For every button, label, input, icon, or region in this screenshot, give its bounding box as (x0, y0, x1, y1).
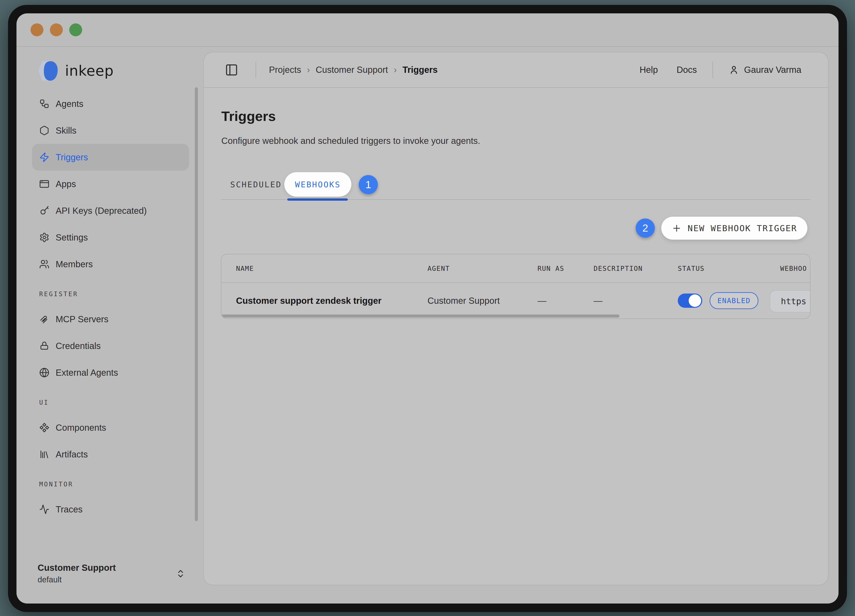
breadcrumb: Projects › Customer Support › Triggers (269, 65, 438, 75)
sidebar-item-label: Members (56, 259, 93, 269)
library-icon (39, 449, 49, 460)
sidebar-item-external-agents[interactable]: External Agents (32, 359, 189, 386)
triggers-table: NAME AGENT RUN AS DESCRIPTION STATUS WEB… (221, 254, 811, 319)
project-switcher[interactable]: Customer Support default (17, 563, 203, 584)
window-content: inkeep Agents Sk (17, 13, 838, 604)
table-horizontal-scrollbar[interactable] (221, 314, 619, 317)
sidebar-item-artifacts[interactable]: Artifacts (32, 441, 189, 468)
users-icon (39, 259, 49, 269)
new-webhook-trigger-label: NEW WEBHOOK TRIGGER (688, 224, 797, 233)
page-content: Triggers Configure webhook and scheduled… (204, 107, 828, 319)
main-panel: Projects › Customer Support › Triggers H… (203, 52, 829, 585)
component-icon (39, 423, 49, 433)
sidebar-item-label: External Agents (56, 368, 118, 378)
window-titlebar (17, 13, 838, 47)
webhook-url-chip[interactable]: https (770, 290, 811, 313)
app-window: inkeep Agents Sk (8, 5, 847, 612)
tab-scheduled[interactable]: SCHEDULED (230, 172, 282, 197)
page-description: Configure webhook and scheduled triggers… (204, 136, 828, 146)
table-row[interactable]: Customer support zendesk trigger Custome… (221, 283, 810, 319)
sidebar-item-credentials[interactable]: Credentials (32, 333, 189, 359)
sidebar-nav-register: MCP Servers Credentials Ex (17, 306, 203, 386)
sidebar-item-label: Triggers (56, 152, 88, 162)
sidebar-item-label: Traces (56, 504, 83, 515)
sidebar-item-label: Artifacts (56, 449, 88, 460)
sidebar-nav-monitor: Traces (17, 496, 203, 523)
page-header: Projects › Customer Support › Triggers H… (204, 52, 828, 88)
sidebar-item-agents[interactable]: Agents (32, 90, 189, 117)
globe-icon (39, 368, 49, 378)
user-name: Gaurav Varma (744, 65, 801, 75)
status-badge: ENABLED (709, 292, 758, 309)
breadcrumb-projects[interactable]: Projects (269, 65, 301, 75)
mcp-icon (39, 314, 49, 324)
chevrons-up-down-icon (176, 569, 185, 579)
status-toggle[interactable] (678, 294, 702, 308)
actions-row: 2 NEW WEBHOOK TRIGGER (204, 217, 828, 240)
app-body: inkeep Agents Sk (17, 47, 838, 604)
sidebar-section-ui: UI (17, 399, 203, 406)
gear-icon (39, 232, 49, 242)
breadcrumb-customer-support[interactable]: Customer Support (316, 65, 388, 75)
sidebar-item-members[interactable]: Members (32, 251, 189, 277)
sidebar-section-register: REGISTER (17, 290, 203, 298)
zoom-button[interactable] (69, 23, 82, 36)
sidebar-item-skills[interactable]: Skills (32, 117, 189, 144)
sidebar-item-label: API Keys (Deprecated) (56, 206, 147, 216)
trigger-status-cell: ENABLED (678, 292, 780, 309)
sidebar-item-label: Credentials (56, 341, 101, 351)
user-icon (729, 64, 739, 75)
header-vertical-divider (712, 62, 713, 78)
step-1-badge: 1 (359, 175, 378, 194)
tab-bar-rule (221, 199, 811, 200)
trigger-run-as-cell: — (538, 296, 594, 306)
inkeep-logo-icon (37, 59, 61, 83)
plus-icon (671, 223, 682, 233)
sidebar-item-traces[interactable]: Traces (32, 496, 189, 523)
sidebar-item-mcp-servers[interactable]: MCP Servers (32, 306, 189, 333)
key-icon (39, 205, 49, 216)
trigger-description-cell: — (594, 296, 678, 306)
minimize-button[interactable] (50, 23, 63, 36)
page-title: Triggers (204, 107, 828, 125)
sidebar-item-api-keys[interactable]: API Keys (Deprecated) (32, 197, 189, 224)
sidebar-section-monitor: MONITOR (17, 481, 203, 488)
toggle-knob (689, 294, 701, 307)
breadcrumb-separator: › (307, 65, 310, 75)
zap-icon (39, 152, 49, 162)
sidebar-nav-ui: Components Artifacts (17, 414, 203, 468)
column-header-run-as: RUN AS (538, 265, 594, 272)
sidebar-scrollbar[interactable] (195, 87, 198, 521)
breadcrumb-triggers: Triggers (403, 65, 438, 75)
column-header-name: NAME (236, 265, 428, 272)
table-header-row: NAME AGENT RUN AS DESCRIPTION STATUS WEB… (221, 254, 810, 283)
breadcrumb-separator: › (394, 65, 397, 75)
sidebar-toggle-icon[interactable] (225, 63, 238, 77)
sidebar-item-label: Apps (56, 179, 76, 189)
sidebar-item-triggers[interactable]: Triggers (32, 144, 189, 171)
desktop-background: inkeep Agents Sk (0, 0, 855, 616)
activity-icon (39, 504, 49, 515)
sidebar-item-label: MCP Servers (56, 314, 109, 324)
tab-bar: SCHEDULED WEBHOOKS 1 (204, 172, 828, 199)
sidebar-item-apps[interactable]: Apps (32, 171, 189, 197)
help-link[interactable]: Help (639, 65, 658, 75)
close-button[interactable] (31, 23, 43, 36)
app-window-icon (39, 179, 49, 189)
sidebar-item-label: Agents (56, 99, 83, 109)
sidebar: inkeep Agents Sk (17, 47, 203, 604)
project-switcher-text: Customer Support default (38, 563, 116, 584)
sidebar-item-components[interactable]: Components (32, 414, 189, 441)
trigger-name-cell: Customer support zendesk trigger (236, 296, 428, 306)
sidebar-item-settings[interactable]: Settings (32, 224, 189, 251)
column-header-agent: AGENT (428, 265, 538, 272)
tab-webhooks[interactable]: WEBHOOKS (284, 172, 351, 197)
sidebar-item-label: Components (56, 423, 106, 433)
project-variant: default (38, 575, 116, 584)
new-webhook-trigger-button[interactable]: NEW WEBHOOK TRIGGER (661, 217, 808, 240)
brand-name: inkeep (65, 63, 114, 79)
workflow-icon (39, 99, 49, 109)
user-menu[interactable]: Gaurav Varma (729, 64, 801, 75)
docs-link[interactable]: Docs (677, 65, 697, 75)
lock-icon (39, 341, 49, 351)
